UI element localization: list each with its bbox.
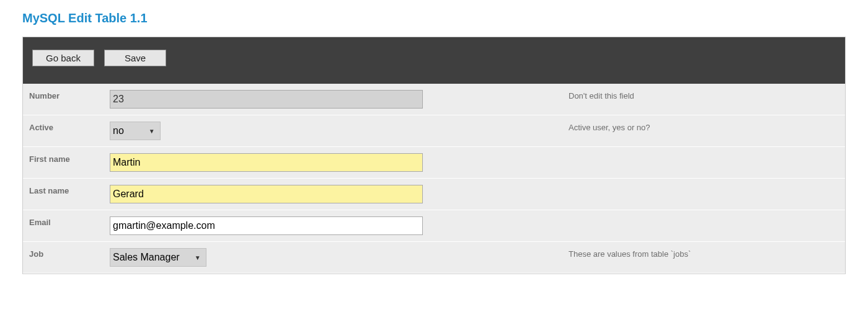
row-job: Job Sales Manager ▼ These are values fro… bbox=[23, 242, 845, 274]
chevron-down-icon: ▼ bbox=[195, 254, 201, 261]
row-first-name: First name bbox=[23, 147, 845, 179]
page-title: MySQL Edit Table 1.1 bbox=[22, 11, 846, 25]
row-email: Email bbox=[23, 210, 845, 242]
save-button[interactable]: Save bbox=[104, 50, 166, 66]
chevron-down-icon: ▼ bbox=[149, 128, 155, 135]
toolbar: Go back Save bbox=[23, 37, 845, 84]
hint-first-name bbox=[569, 153, 845, 154]
hint-active: Active user, yes or no? bbox=[569, 122, 845, 132]
email-input[interactable] bbox=[110, 216, 423, 235]
job-select-value: Sales Manager bbox=[113, 252, 180, 263]
go-back-button[interactable]: Go back bbox=[32, 50, 94, 66]
label-first-name: First name bbox=[23, 153, 110, 164]
form-table: Number Don't edit this field Active no ▼… bbox=[23, 84, 845, 274]
row-number: Number Don't edit this field bbox=[23, 84, 845, 115]
label-last-name: Last name bbox=[23, 185, 110, 195]
active-select-value: no bbox=[113, 125, 124, 136]
active-select[interactable]: no ▼ bbox=[110, 122, 161, 140]
label-email: Email bbox=[23, 216, 110, 227]
row-last-name: Last name bbox=[23, 179, 845, 210]
hint-number: Don't edit this field bbox=[569, 90, 845, 100]
hint-last-name bbox=[569, 185, 845, 186]
label-number: Number bbox=[23, 90, 110, 100]
edit-form-panel: Go back Save Number Don't edit this fiel… bbox=[22, 37, 846, 274]
row-active: Active no ▼ Active user, yes or no? bbox=[23, 115, 845, 147]
number-input bbox=[110, 90, 423, 109]
hint-email bbox=[569, 216, 845, 218]
label-job: Job bbox=[23, 248, 110, 259]
last-name-input[interactable] bbox=[110, 185, 423, 203]
job-select[interactable]: Sales Manager ▼ bbox=[110, 248, 206, 267]
label-active: Active bbox=[23, 122, 110, 132]
first-name-input[interactable] bbox=[110, 153, 423, 172]
hint-job: These are values from table `jobs` bbox=[569, 248, 845, 259]
